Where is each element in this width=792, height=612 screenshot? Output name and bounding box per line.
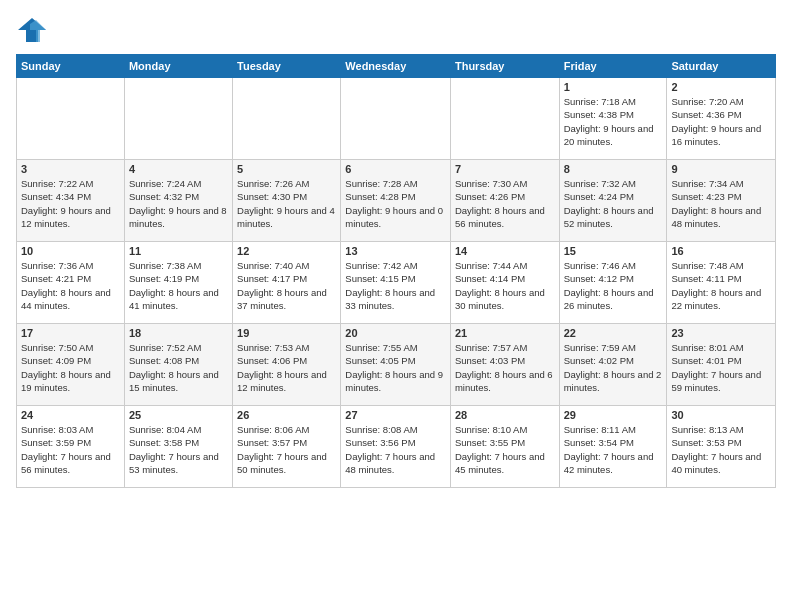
calendar-cell: 7Sunrise: 7:30 AMSunset: 4:26 PMDaylight… (450, 160, 559, 242)
calendar-cell: 10Sunrise: 7:36 AMSunset: 4:21 PMDayligh… (17, 242, 125, 324)
calendar-cell: 18Sunrise: 7:52 AMSunset: 4:08 PMDayligh… (124, 324, 232, 406)
day-info: Sunrise: 7:32 AMSunset: 4:24 PMDaylight:… (564, 177, 663, 230)
weekday-header: Tuesday (233, 55, 341, 78)
calendar-cell: 24Sunrise: 8:03 AMSunset: 3:59 PMDayligh… (17, 406, 125, 488)
day-number: 30 (671, 409, 771, 421)
day-number: 15 (564, 245, 663, 257)
calendar-cell (450, 78, 559, 160)
day-info: Sunrise: 7:40 AMSunset: 4:17 PMDaylight:… (237, 259, 336, 312)
weekday-header: Sunday (17, 55, 125, 78)
calendar-week-row: 10Sunrise: 7:36 AMSunset: 4:21 PMDayligh… (17, 242, 776, 324)
calendar-cell (341, 78, 451, 160)
weekday-header: Thursday (450, 55, 559, 78)
calendar-cell: 4Sunrise: 7:24 AMSunset: 4:32 PMDaylight… (124, 160, 232, 242)
calendar-cell: 17Sunrise: 7:50 AMSunset: 4:09 PMDayligh… (17, 324, 125, 406)
day-info: Sunrise: 8:04 AMSunset: 3:58 PMDaylight:… (129, 423, 228, 476)
day-info: Sunrise: 7:44 AMSunset: 4:14 PMDaylight:… (455, 259, 555, 312)
day-number: 7 (455, 163, 555, 175)
weekday-header: Monday (124, 55, 232, 78)
day-number: 19 (237, 327, 336, 339)
day-number: 3 (21, 163, 120, 175)
weekday-header: Saturday (667, 55, 776, 78)
calendar: SundayMondayTuesdayWednesdayThursdayFrid… (16, 54, 776, 488)
day-number: 12 (237, 245, 336, 257)
calendar-cell: 13Sunrise: 7:42 AMSunset: 4:15 PMDayligh… (341, 242, 451, 324)
calendar-week-row: 3Sunrise: 7:22 AMSunset: 4:34 PMDaylight… (17, 160, 776, 242)
day-info: Sunrise: 7:57 AMSunset: 4:03 PMDaylight:… (455, 341, 555, 394)
day-info: Sunrise: 8:01 AMSunset: 4:01 PMDaylight:… (671, 341, 771, 394)
day-number: 29 (564, 409, 663, 421)
day-info: Sunrise: 7:42 AMSunset: 4:15 PMDaylight:… (345, 259, 446, 312)
calendar-cell: 1Sunrise: 7:18 AMSunset: 4:38 PMDaylight… (559, 78, 667, 160)
calendar-cell: 21Sunrise: 7:57 AMSunset: 4:03 PMDayligh… (450, 324, 559, 406)
day-info: Sunrise: 7:48 AMSunset: 4:11 PMDaylight:… (671, 259, 771, 312)
calendar-cell (17, 78, 125, 160)
day-info: Sunrise: 8:06 AMSunset: 3:57 PMDaylight:… (237, 423, 336, 476)
day-info: Sunrise: 7:36 AMSunset: 4:21 PMDaylight:… (21, 259, 120, 312)
day-number: 6 (345, 163, 446, 175)
day-number: 2 (671, 81, 771, 93)
day-number: 23 (671, 327, 771, 339)
calendar-cell: 16Sunrise: 7:48 AMSunset: 4:11 PMDayligh… (667, 242, 776, 324)
day-number: 25 (129, 409, 228, 421)
calendar-cell: 2Sunrise: 7:20 AMSunset: 4:36 PMDaylight… (667, 78, 776, 160)
day-number: 16 (671, 245, 771, 257)
day-info: Sunrise: 8:10 AMSunset: 3:55 PMDaylight:… (455, 423, 555, 476)
day-number: 4 (129, 163, 228, 175)
day-info: Sunrise: 8:08 AMSunset: 3:56 PMDaylight:… (345, 423, 446, 476)
calendar-week-row: 1Sunrise: 7:18 AMSunset: 4:38 PMDaylight… (17, 78, 776, 160)
day-info: Sunrise: 7:52 AMSunset: 4:08 PMDaylight:… (129, 341, 228, 394)
calendar-week-row: 24Sunrise: 8:03 AMSunset: 3:59 PMDayligh… (17, 406, 776, 488)
day-number: 10 (21, 245, 120, 257)
calendar-cell: 11Sunrise: 7:38 AMSunset: 4:19 PMDayligh… (124, 242, 232, 324)
day-info: Sunrise: 7:18 AMSunset: 4:38 PMDaylight:… (564, 95, 663, 148)
logo-icon (16, 16, 48, 44)
day-number: 14 (455, 245, 555, 257)
calendar-cell: 19Sunrise: 7:53 AMSunset: 4:06 PMDayligh… (233, 324, 341, 406)
day-number: 22 (564, 327, 663, 339)
calendar-cell (124, 78, 232, 160)
day-number: 21 (455, 327, 555, 339)
day-number: 20 (345, 327, 446, 339)
day-info: Sunrise: 7:46 AMSunset: 4:12 PMDaylight:… (564, 259, 663, 312)
calendar-cell: 8Sunrise: 7:32 AMSunset: 4:24 PMDaylight… (559, 160, 667, 242)
header (16, 16, 776, 44)
calendar-cell: 12Sunrise: 7:40 AMSunset: 4:17 PMDayligh… (233, 242, 341, 324)
day-info: Sunrise: 7:59 AMSunset: 4:02 PMDaylight:… (564, 341, 663, 394)
day-info: Sunrise: 8:03 AMSunset: 3:59 PMDaylight:… (21, 423, 120, 476)
weekday-header: Wednesday (341, 55, 451, 78)
day-number: 27 (345, 409, 446, 421)
calendar-cell: 25Sunrise: 8:04 AMSunset: 3:58 PMDayligh… (124, 406, 232, 488)
day-info: Sunrise: 7:55 AMSunset: 4:05 PMDaylight:… (345, 341, 446, 394)
day-number: 9 (671, 163, 771, 175)
calendar-cell: 9Sunrise: 7:34 AMSunset: 4:23 PMDaylight… (667, 160, 776, 242)
day-number: 17 (21, 327, 120, 339)
day-info: Sunrise: 7:24 AMSunset: 4:32 PMDaylight:… (129, 177, 228, 230)
calendar-cell: 28Sunrise: 8:10 AMSunset: 3:55 PMDayligh… (450, 406, 559, 488)
calendar-header-row: SundayMondayTuesdayWednesdayThursdayFrid… (17, 55, 776, 78)
day-number: 18 (129, 327, 228, 339)
day-number: 24 (21, 409, 120, 421)
day-number: 28 (455, 409, 555, 421)
calendar-cell: 29Sunrise: 8:11 AMSunset: 3:54 PMDayligh… (559, 406, 667, 488)
day-number: 1 (564, 81, 663, 93)
calendar-week-row: 17Sunrise: 7:50 AMSunset: 4:09 PMDayligh… (17, 324, 776, 406)
logo (16, 16, 54, 44)
calendar-cell: 27Sunrise: 8:08 AMSunset: 3:56 PMDayligh… (341, 406, 451, 488)
calendar-cell: 30Sunrise: 8:13 AMSunset: 3:53 PMDayligh… (667, 406, 776, 488)
calendar-cell: 5Sunrise: 7:26 AMSunset: 4:30 PMDaylight… (233, 160, 341, 242)
day-number: 13 (345, 245, 446, 257)
weekday-header: Friday (559, 55, 667, 78)
calendar-cell: 6Sunrise: 7:28 AMSunset: 4:28 PMDaylight… (341, 160, 451, 242)
day-info: Sunrise: 7:50 AMSunset: 4:09 PMDaylight:… (21, 341, 120, 394)
calendar-cell: 26Sunrise: 8:06 AMSunset: 3:57 PMDayligh… (233, 406, 341, 488)
day-info: Sunrise: 7:26 AMSunset: 4:30 PMDaylight:… (237, 177, 336, 230)
day-info: Sunrise: 8:11 AMSunset: 3:54 PMDaylight:… (564, 423, 663, 476)
calendar-cell: 3Sunrise: 7:22 AMSunset: 4:34 PMDaylight… (17, 160, 125, 242)
day-number: 5 (237, 163, 336, 175)
calendar-cell: 22Sunrise: 7:59 AMSunset: 4:02 PMDayligh… (559, 324, 667, 406)
day-number: 26 (237, 409, 336, 421)
calendar-cell: 20Sunrise: 7:55 AMSunset: 4:05 PMDayligh… (341, 324, 451, 406)
day-info: Sunrise: 7:38 AMSunset: 4:19 PMDaylight:… (129, 259, 228, 312)
calendar-cell: 23Sunrise: 8:01 AMSunset: 4:01 PMDayligh… (667, 324, 776, 406)
